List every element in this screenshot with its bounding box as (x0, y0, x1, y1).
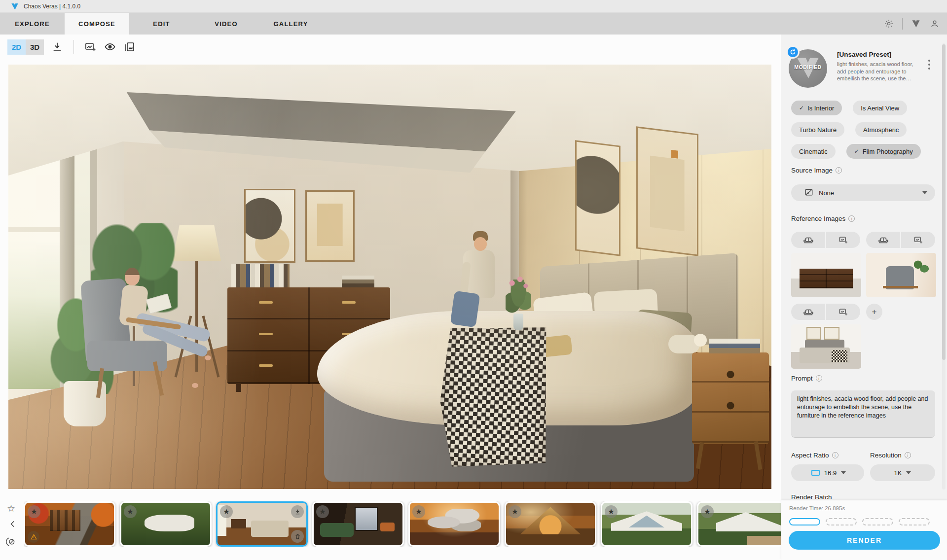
reference-slot-2-buttons (866, 232, 935, 248)
thumbnail-bedroom-selected[interactable]: ★ (216, 501, 308, 547)
exclude-icon[interactable] (5, 536, 16, 547)
thumb-detail (231, 519, 246, 528)
preset-title: [Unsaved Preset] (837, 51, 916, 58)
source-image-dropdown[interactable]: None (791, 184, 935, 201)
reference-image-bed[interactable] (791, 324, 861, 369)
reference-slot-1-buttons (791, 232, 860, 248)
render-canvas[interactable] (8, 65, 771, 489)
mode-3d-button[interactable]: 3D (26, 39, 44, 55)
sofa-icon[interactable] (791, 304, 825, 320)
thumb-detail (145, 515, 194, 531)
image-stack-icon[interactable] (123, 40, 136, 53)
batch-slot-3[interactable] (862, 518, 893, 525)
preset-description: light finishes, acacia wood floor, add p… (837, 61, 917, 82)
download-icon[interactable] (51, 40, 64, 53)
tab-compose[interactable]: COMPOSE (65, 13, 129, 35)
batch-slot-4[interactable] (899, 518, 930, 525)
style-chips: ✓ Is Interior Is Aerial View Turbo Natur… (791, 101, 939, 159)
resolution-value: 1K (894, 469, 902, 477)
scene-vase (513, 314, 523, 330)
star-icon[interactable]: ★ (316, 505, 329, 518)
scene-nightstand (692, 352, 769, 444)
chip-cinematic[interactable]: Cinematic (791, 144, 836, 159)
thumb-detail (716, 512, 781, 532)
star-icon[interactable]: ★ (220, 505, 233, 518)
scene-floor-lamp (173, 225, 221, 261)
star-icon[interactable]: ★ (701, 505, 714, 518)
tab-video[interactable]: VIDEO (194, 13, 258, 35)
veras-icon[interactable] (911, 18, 921, 29)
star-icon[interactable]: ★ (124, 505, 137, 518)
divider (73, 40, 74, 54)
chip-label: Is Interior (807, 105, 834, 112)
thumbnail-glass-house-2[interactable]: ★ (697, 501, 781, 547)
star-filter-icon[interactable]: ☆ (7, 503, 15, 514)
reference-image-dresser[interactable] (791, 253, 861, 297)
trash-icon[interactable] (291, 530, 304, 543)
image-add-icon[interactable] (826, 232, 860, 248)
chip-atmospheric[interactable]: Atmospheric (855, 122, 907, 137)
source-image-label: Source Imagei (791, 167, 842, 174)
resolution-dropdown[interactable]: 1K (870, 464, 935, 481)
resolution-label: Resolutioni (870, 452, 911, 459)
chip-film-photography[interactable]: ✓ Film Photography (846, 144, 921, 159)
image-add-icon[interactable] (826, 304, 860, 320)
veras-logo-icon (11, 2, 19, 10)
tab-edit[interactable]: EDIT (129, 13, 194, 35)
prompt-input[interactable]: light finishes, acacia wood floor, add p… (791, 390, 935, 438)
tab-explore[interactable]: EXPLORE (0, 13, 65, 35)
star-icon[interactable]: ★ (28, 505, 40, 518)
chip-is-interior[interactable]: ✓ Is Interior (791, 101, 842, 115)
star-icon[interactable]: ★ (509, 505, 521, 518)
menu-dots-icon[interactable] (926, 58, 933, 71)
account-icon[interactable] (929, 18, 940, 29)
tab-bar: EXPLORE COMPOSE EDIT VIDEO GALLERY (0, 13, 947, 35)
thumb-detail (355, 507, 378, 531)
prompt-label: Prompti (791, 375, 822, 382)
check-icon: ✓ (854, 148, 859, 155)
thumbnail-white-house-forest[interactable]: ★ (120, 501, 212, 547)
panel-scrollbar-thumb[interactable] (942, 44, 946, 360)
chip-label: Cinematic (799, 148, 828, 155)
mode-2d-button[interactable]: 2D (7, 39, 26, 55)
chip-turbo-nature[interactable]: Turbo Nature (791, 122, 844, 137)
info-icon: i (836, 167, 842, 174)
chip-label: Atmospheric (863, 126, 899, 134)
aspect-ratio-value: 16:9 (824, 469, 837, 477)
aspect-ratio-dropdown[interactable]: 16:9 (791, 464, 864, 481)
thumbnail-autumn-building[interactable]: ★ (24, 501, 115, 547)
scene-window-bar (8, 227, 60, 232)
chevron-left-icon[interactable] (9, 520, 17, 528)
star-icon[interactable]: ★ (605, 505, 618, 518)
download-icon[interactable] (291, 505, 304, 518)
star-icon[interactable]: ★ (412, 505, 425, 518)
gear-icon[interactable] (883, 18, 894, 29)
thumbnail-dark-living-room[interactable]: ★ (312, 501, 404, 547)
reference-buttons-row-2: + (791, 304, 882, 320)
eye-icon[interactable] (104, 40, 116, 53)
image-add-icon[interactable] (901, 232, 935, 248)
scene-nightstand-lamp (694, 334, 707, 347)
scene-dresser-leg (236, 384, 241, 392)
scene-artwork-right-1 (575, 140, 620, 256)
sofa-icon[interactable] (791, 232, 825, 248)
thumbnail-futuristic-structure[interactable]: ★ (408, 501, 500, 547)
thumb-detail (747, 536, 781, 545)
refresh-icon[interactable] (786, 45, 800, 59)
render-button[interactable]: RENDER (789, 531, 940, 550)
tab-gallery[interactable]: GALLERY (258, 13, 323, 35)
sofa-icon[interactable] (866, 232, 900, 248)
batch-slot-2[interactable] (826, 518, 857, 525)
thumb-detail (50, 510, 80, 531)
chip-is-aerial-view[interactable]: Is Aerial View (853, 101, 907, 115)
dresser-handle (259, 364, 273, 367)
thumbnail-timber-pavilion[interactable]: ★ (505, 501, 596, 547)
dresser-handle (342, 301, 356, 304)
modified-badge-text: MODIFIED (789, 64, 827, 70)
plus-icon[interactable]: + (866, 304, 882, 320)
thumbnail-glass-house-1[interactable]: ★ (601, 501, 692, 547)
batch-slot-1[interactable] (789, 518, 820, 525)
reference-buttons-row-1 (791, 232, 935, 248)
reference-image-armchair[interactable] (866, 253, 936, 297)
image-add-icon[interactable] (84, 40, 97, 53)
